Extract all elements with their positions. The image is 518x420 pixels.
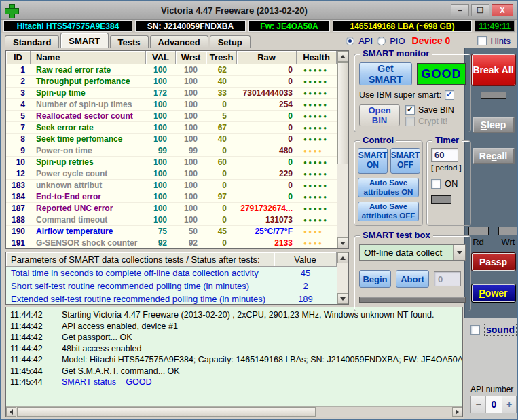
cell-id: 190 (6, 227, 31, 236)
chevron-down-icon (457, 251, 462, 254)
column-header-raw[interactable]: Raw (237, 51, 297, 64)
action-sidebar: Break All Sleep Recall Rd Wrt Passp Powe… (464, 48, 518, 318)
column-header-val[interactable]: VAL (146, 51, 176, 64)
cell-id: 7 (6, 123, 31, 132)
smart-table-row[interactable]: 9 Power-on time 99 99 0 480 ●●●● (6, 145, 337, 157)
dropdown-button[interactable] (453, 245, 465, 260)
smart-table-scrollbar[interactable] (337, 51, 348, 248)
column-header-tresh[interactable]: Tresh (206, 51, 237, 64)
smart-table-row[interactable]: 188 Command timeout 100 100 0 131073 ●●●… (6, 214, 337, 226)
api-number-label: API number (470, 385, 517, 394)
scroll-right-button[interactable] (452, 407, 462, 417)
passport-button[interactable]: Passp (472, 253, 515, 271)
smart-off-button[interactable]: SMART OFF (390, 148, 420, 174)
test-type-dropdown[interactable]: Off-line data collect (359, 244, 466, 261)
column-header-id[interactable]: ID (6, 51, 31, 64)
smart-table-row[interactable]: 183 unknown attribut 100 100 0 0 ●●●●● (6, 180, 337, 191)
smart-table-row[interactable]: 1 Raw read error rate 100 100 62 0 ●●●●● (6, 64, 337, 76)
get-smart-button[interactable]: Get SMART (359, 62, 412, 85)
scroll-up-button[interactable] (337, 252, 348, 263)
smart-table-row[interactable]: 4 Number of spin-up times 100 100 0 254 … (6, 99, 337, 111)
cell-id: 10 (6, 157, 31, 167)
maximize-button[interactable]: ❐ (471, 4, 489, 16)
timer-group-title: Timer (432, 135, 462, 145)
cell-wrst: 92 (176, 238, 206, 248)
tab-standard[interactable]: Standard (5, 35, 59, 48)
smart-table-row[interactable]: 187 Reported UNC error 100 100 0 2791732… (6, 203, 337, 214)
timer-period-input[interactable] (431, 148, 458, 162)
smart-table-row[interactable]: 190 Airflow temperature 75 50 45 25°C/77… (6, 226, 337, 237)
params-header-label[interactable]: Parameters of SMART data collections tes… (6, 252, 274, 267)
smart-table-row[interactable]: 10 Spin-up retries 100 100 60 0 ●●●●● (6, 157, 337, 168)
column-header-name[interactable]: Name (31, 51, 146, 64)
cell-name: Spin-up retries (31, 157, 146, 167)
scroll-up-icon (340, 55, 346, 58)
sound-checkbox[interactable] (470, 325, 480, 335)
cell-raw: 0 (237, 111, 297, 121)
scroll-up-button[interactable] (337, 51, 348, 62)
begin-button[interactable]: Begin (359, 270, 391, 288)
open-bin-button[interactable]: Open BIN (359, 104, 400, 126)
params-table-row[interactable]: Extended self-test routine recommended p… (6, 292, 337, 304)
tab-smart[interactable]: SMART (60, 33, 108, 48)
smart-table-row[interactable]: 5 Reallocated sector count 100 100 5 0 ●… (6, 111, 337, 122)
params-table-row[interactable]: Short self-test routine recommended poll… (6, 280, 337, 292)
cell-val: 100 (146, 65, 176, 75)
smart-table-row[interactable]: 184 End-to-End error 100 100 97 0 ●●●●● (6, 191, 337, 203)
params-table-row[interactable]: Total time in seconds to complete off-li… (6, 267, 337, 280)
crypt-it-checkbox[interactable] (405, 117, 415, 126)
title-bar[interactable]: Victoria 4.47 Freeware (2013-02-20) – ❐ … (1, 1, 517, 20)
autosave-on-button[interactable]: Auto Save attributes ON (358, 178, 419, 197)
timer-on-checkbox[interactable] (431, 179, 441, 189)
save-bin-checkbox[interactable] (405, 105, 415, 115)
tab-advanced[interactable]: Advanced (150, 35, 208, 48)
column-header-health[interactable]: Health (297, 51, 337, 64)
autosave-off-button[interactable]: Auto Save attributes OFF (358, 202, 419, 221)
drive-firmware: Fw: JE4OA50A (248, 20, 330, 32)
break-all-button[interactable]: Break All (472, 54, 515, 85)
params-table-scrollbar[interactable] (337, 252, 348, 304)
cell-id: 5 (6, 111, 31, 121)
scroll-down-button[interactable] (337, 237, 348, 248)
sleep-button[interactable]: Sleep (473, 117, 515, 133)
cell-health-dots: ●●●●● (297, 159, 337, 166)
scroll-down-button[interactable] (337, 293, 348, 304)
power-button[interactable]: Power (472, 284, 515, 302)
log-text: Get S.M.A.R.T. command... OK (50, 366, 180, 376)
smart-table-row[interactable]: 3 Spin-up time 172 100 33 73014444033 ●●… (6, 88, 337, 99)
api-number-decrement-button[interactable]: − (471, 396, 485, 413)
pio-radio[interactable] (377, 37, 386, 45)
scroll-left-button[interactable] (6, 407, 16, 417)
tab-setup[interactable]: Setup (210, 35, 251, 48)
smart-table-row[interactable]: 191 G-SENSOR shock counter 92 92 0 2133 … (6, 237, 337, 248)
cell-tresh: 0 (206, 204, 237, 213)
tab-tests[interactable]: Tests (110, 35, 149, 48)
smart-on-button[interactable]: SMART ON (358, 148, 388, 174)
cell-id: 4 (6, 100, 31, 109)
use-ibm-checkbox[interactable] (445, 90, 454, 100)
param-value: 45 (274, 268, 337, 278)
params-header-value[interactable]: Value (274, 252, 337, 267)
smart-table-row[interactable]: 8 Seek time perfomance 100 100 40 0 ●●●●… (6, 134, 337, 145)
log-horizontal-scrollbar[interactable] (6, 406, 462, 417)
smart-table-row[interactable]: 2 Throughput perfomance 100 100 40 0 ●●●… (6, 76, 337, 88)
scroll-thumb[interactable] (17, 407, 316, 417)
hints-checkbox[interactable] (477, 36, 487, 45)
minimize-button[interactable]: – (451, 4, 469, 16)
victoria-window: Victoria 4.47 Freeware (2013-02-20) – ❐ … (0, 0, 518, 420)
smart-table-row[interactable]: 12 Power cycle count 100 100 0 229 ●●●●● (6, 168, 337, 180)
column-header-wrst[interactable]: Wrst (176, 51, 206, 64)
api-radio[interactable] (346, 37, 354, 45)
scroll-left-icon (10, 409, 13, 415)
test-counter-field[interactable]: 0 (434, 271, 461, 286)
cell-tresh: 45 (206, 227, 237, 236)
smart-table-row[interactable]: 7 Seek error rate 100 100 67 0 ●●●●● (6, 122, 337, 134)
abort-button[interactable]: Abort (396, 270, 429, 288)
recall-button[interactable]: Recall (473, 148, 515, 164)
api-number-increment-button[interactable]: + (502, 396, 516, 413)
smart-table-body: 1 Raw read error rate 100 100 62 0 ●●●●●… (6, 64, 337, 248)
scroll-thumb[interactable] (337, 62, 348, 164)
cell-id: 184 (6, 192, 31, 202)
close-button[interactable]: X (492, 4, 513, 16)
cell-raw: 0 (237, 65, 297, 75)
